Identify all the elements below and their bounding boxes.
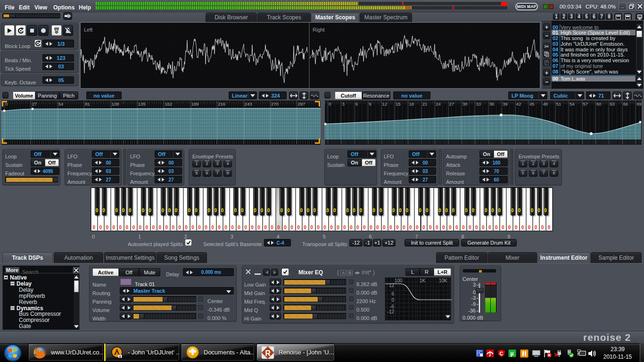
svg-text:R: R [265,349,271,357]
svg-text:µ: µ [511,350,514,357]
svg-text:C: C [500,351,504,356]
